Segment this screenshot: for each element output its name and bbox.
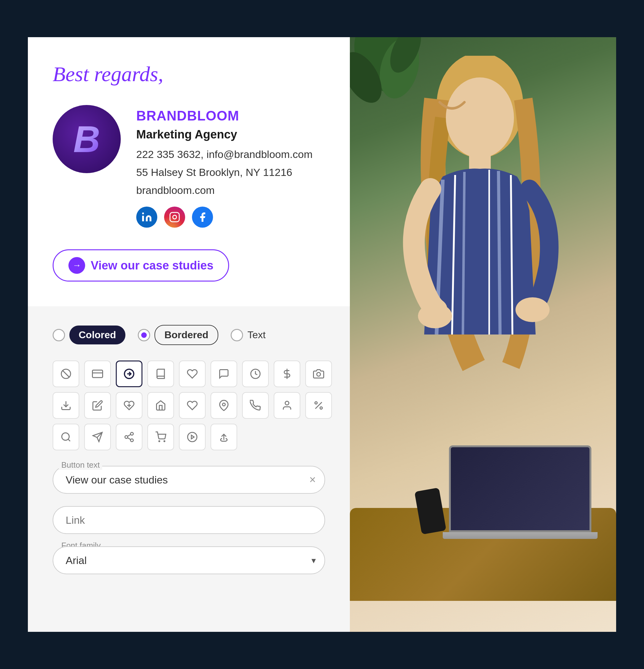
text-label: Text (247, 329, 266, 341)
sig-info: BRANDBLOOM Marketing Agency 222 335 3632… (136, 105, 312, 228)
svg-point-18 (315, 402, 317, 404)
phone: 222 335 3632, (136, 148, 203, 160)
logo-container: B (53, 105, 121, 173)
icon-heart-plus[interactable] (116, 392, 142, 419)
icon-home[interactable] (147, 392, 174, 419)
icon-credit-card[interactable] (84, 360, 111, 387)
cta-arrow-icon: → (68, 257, 85, 274)
font-family-group: Font family Arial Helvetica Times New Ro… (53, 546, 325, 574)
left-panel: Best regards, B BRANDBLOOM Marketing Age… (28, 37, 350, 632)
icon-cart[interactable] (147, 424, 174, 450)
svg-point-19 (320, 407, 323, 410)
website: brandbloom.com (136, 184, 215, 196)
style-selector: Colored Bordered Text (53, 325, 325, 345)
cta-button[interactable]: → View our case studies (53, 249, 229, 282)
icon-share[interactable] (116, 424, 142, 450)
radio-bordered[interactable] (138, 329, 150, 341)
facebook-icon[interactable] (192, 207, 213, 228)
editor-panel: Colored Bordered Text (28, 306, 350, 632)
button-text-group: Button text × (53, 466, 325, 494)
svg-line-27 (128, 438, 131, 440)
icon-heart-hand[interactable] (179, 360, 205, 387)
button-text-label: Button text (59, 460, 102, 470)
icon-book[interactable] (147, 360, 174, 387)
logo-letter: B (73, 118, 100, 160)
style-option-bordered[interactable]: Bordered (138, 325, 218, 345)
cta-button-label: View our case studies (91, 259, 213, 272)
icon-dollar[interactable] (274, 360, 300, 387)
svg-line-28 (128, 435, 131, 437)
svg-point-11 (317, 373, 320, 376)
svg-point-30 (164, 441, 165, 442)
icon-user[interactable] (274, 392, 300, 419)
bordered-label: Bordered (155, 325, 218, 345)
radio-bordered-fill (141, 332, 147, 338)
svg-point-47 (516, 297, 549, 322)
icon-grid (53, 360, 325, 450)
style-option-text[interactable]: Text (231, 329, 266, 341)
photo-scene (350, 37, 616, 632)
font-family-select[interactable]: Arial Helvetica Times New Roman Georgia … (53, 546, 325, 574)
svg-point-15 (223, 403, 225, 406)
style-option-colored[interactable]: Colored (53, 326, 125, 344)
button-text-input[interactable] (53, 466, 325, 494)
laptop-screen-content (451, 447, 589, 530)
svg-point-0 (142, 212, 144, 214)
icon-send[interactable] (84, 424, 111, 450)
svg-line-42 (463, 172, 464, 334)
email: info@brandbloom.com (206, 148, 313, 160)
instagram-icon[interactable] (164, 207, 185, 228)
person-figure (381, 56, 598, 489)
icon-ban[interactable] (53, 360, 79, 387)
icon-percent[interactable] (305, 392, 332, 419)
svg-point-46 (418, 303, 452, 328)
icon-handshake[interactable] (211, 424, 237, 450)
main-container: Best regards, B BRANDBLOOM Marketing Age… (28, 37, 616, 632)
clear-button-text-icon[interactable]: × (309, 473, 316, 486)
social-icons (136, 207, 312, 228)
contact-info: 222 335 3632, info@brandbloom.com 55 Hal… (136, 145, 312, 199)
colored-label: Colored (69, 326, 125, 344)
linkedin-icon[interactable] (136, 207, 157, 228)
svg-marker-32 (191, 435, 194, 439)
icon-clock[interactable] (242, 360, 269, 387)
company-name: BRANDBLOOM (136, 108, 312, 124)
svg-point-20 (62, 433, 69, 440)
icon-download[interactable] (53, 392, 79, 419)
icon-phone[interactable] (242, 392, 269, 419)
laptop (449, 445, 598, 539)
table-area (350, 477, 616, 601)
smile-highlight (433, 93, 471, 118)
icon-edit[interactable] (84, 392, 111, 419)
svg-point-31 (188, 432, 197, 442)
icon-arrow-right[interactable] (116, 360, 142, 387)
greeting-text: Best regards, (53, 62, 325, 86)
right-panel (350, 37, 616, 632)
icon-map-pin[interactable] (211, 392, 237, 419)
address: 55 Halsey St Brooklyn, NY 11216 (136, 166, 292, 178)
svg-point-24 (131, 432, 133, 435)
svg-line-21 (68, 439, 70, 441)
svg-point-26 (131, 439, 133, 442)
radio-colored[interactable] (53, 329, 65, 341)
link-input[interactable] (53, 506, 325, 534)
svg-point-25 (125, 436, 128, 439)
link-group (53, 506, 325, 534)
sig-body: B BRANDBLOOM Marketing Agency 222 335 36… (53, 105, 325, 228)
icon-camera[interactable] (305, 360, 332, 387)
signature-card: Best regards, B BRANDBLOOM Marketing Age… (28, 37, 350, 306)
svg-rect-1 (170, 212, 179, 222)
svg-line-44 (499, 171, 500, 334)
radio-text[interactable] (231, 329, 243, 341)
svg-point-29 (159, 441, 160, 442)
icon-play[interactable] (179, 424, 205, 450)
font-family-select-container: Arial Helvetica Times New Roman Georgia … (53, 546, 325, 574)
company-tagline: Marketing Agency (136, 128, 312, 141)
laptop-base (443, 532, 598, 539)
icon-message[interactable] (211, 360, 237, 387)
svg-line-4 (62, 371, 69, 377)
svg-point-16 (285, 401, 289, 405)
svg-rect-5 (92, 370, 103, 378)
icon-heart[interactable] (179, 392, 205, 419)
icon-search[interactable] (53, 424, 79, 450)
